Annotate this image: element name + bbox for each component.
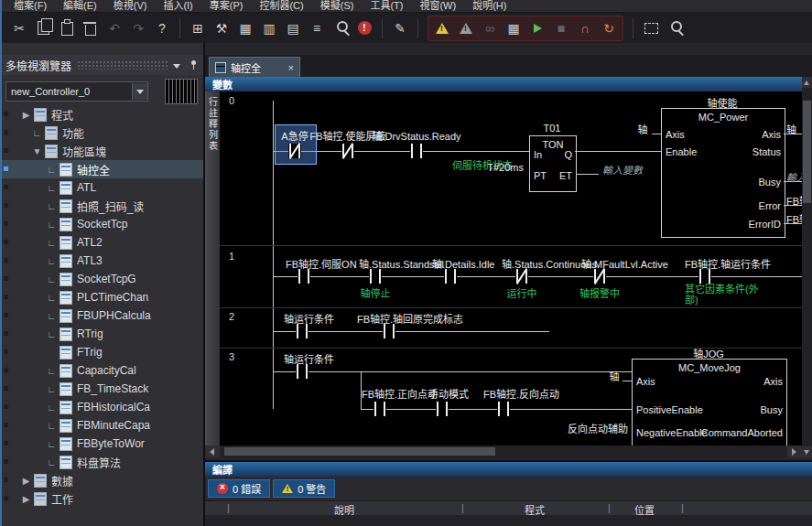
ladder-columns-icon[interactable]: ▥ <box>257 17 281 39</box>
no-contact[interactable] <box>444 269 457 284</box>
refresh-icon[interactable]: ↻ <box>597 17 621 39</box>
warnings-filter-button[interactable]: 0 警告 <box>273 479 335 498</box>
tree-item-axis-control[interactable]: ∟轴控全 <box>0 160 203 178</box>
tree-item-atl3[interactable]: ∟ATL3 <box>0 252 203 270</box>
run-icon[interactable] <box>525 17 549 39</box>
timer-instance-label[interactable]: T01 <box>544 123 561 134</box>
operand-label[interactable]: 轴运行条件 <box>284 351 334 366</box>
tree-item-ftrig[interactable]: FTrig <box>0 343 203 361</box>
tree-item-tasks[interactable]: ▶工作 <box>0 489 203 508</box>
scroll-right-arrow[interactable] <box>787 445 802 457</box>
nc-contact[interactable] <box>288 144 301 158</box>
abort-icon[interactable]: ! <box>352 17 376 39</box>
menu-tools[interactable]: 工具(T) <box>362 0 411 12</box>
monitor-grid-icon[interactable]: ▦ <box>502 17 525 39</box>
zoom-icon[interactable] <box>663 17 687 39</box>
operand-label[interactable]: 轴 <box>786 122 796 136</box>
et-target[interactable]: 輸入變數 <box>602 162 643 177</box>
no-contact[interactable] <box>296 324 309 338</box>
row-comment-strip[interactable]: 行註釋列表 <box>205 91 220 445</box>
menu-project[interactable]: 專案(P) <box>201 0 252 12</box>
no-contact[interactable] <box>296 364 309 379</box>
tab-axis-control[interactable]: 轴控全 × <box>209 57 300 77</box>
comment-label[interactable]: 运行中 <box>507 285 537 300</box>
tree-item-atl2[interactable]: ∟ATL2 <box>0 233 203 252</box>
menu-simulation[interactable]: 模擬(S) <box>312 0 363 12</box>
tree-item-material-tray-algo[interactable]: ∟料盘算法 <box>0 453 203 471</box>
tree-item-atl[interactable]: ∟ATL <box>0 178 203 197</box>
errors-filter-button[interactable]: 0 錯誤 <box>208 479 270 498</box>
tree-item-photo-scan[interactable]: ∟拍照_扫码_读 <box>0 197 203 215</box>
no-contact[interactable] <box>497 402 510 416</box>
tree-item-sockettcp[interactable]: ∟SocketTcp <box>0 215 203 233</box>
rebuild-check-icon[interactable] <box>454 17 478 39</box>
scroll-up-arrow[interactable] <box>802 77 812 88</box>
menu-file[interactable]: 檔案(F) <box>5 0 55 12</box>
no-contact[interactable] <box>698 269 711 284</box>
comment-label[interactable]: 轴报警中 <box>579 285 620 300</box>
expand-arrow-icon[interactable]: ▶ <box>20 476 32 486</box>
window-open-icon[interactable]: ⊞ <box>186 17 210 39</box>
tree-item-capacitycal[interactable]: ∟CapacityCal <box>0 361 203 380</box>
rung-number[interactable]: 0 <box>229 95 234 106</box>
menu-controller[interactable]: 控制器(C) <box>251 0 311 12</box>
tree-item-fbminutecapa[interactable]: ∟FBMinuteCapa <box>0 416 203 435</box>
no-contact[interactable] <box>369 269 382 284</box>
rung-number[interactable]: 3 <box>229 351 234 362</box>
nc-contact[interactable] <box>515 269 528 284</box>
controller-select[interactable]: new_Controller_0 <box>5 81 148 102</box>
wrench-icon[interactable]: ⚒ <box>210 17 233 39</box>
copy-icon[interactable] <box>31 17 55 39</box>
collapse-arrow-icon[interactable]: ▼ <box>31 146 43 156</box>
build-check-icon[interactable] <box>430 17 454 39</box>
menu-window[interactable]: 視窗(W) <box>411 0 464 12</box>
operand-label[interactable]: FB轴控.伺服ON <box>286 256 357 271</box>
stop-run-icon[interactable]: ■ <box>549 17 573 39</box>
tree-item-functions[interactable]: ∟功能 <box>0 123 203 142</box>
operand-label[interactable]: 轴运行条件 <box>284 311 334 326</box>
edit-pen-icon[interactable]: ✎ <box>388 17 412 39</box>
comment-label[interactable]: 轴停止 <box>361 285 391 300</box>
hscroll-thumb[interactable] <box>224 447 495 456</box>
list-icon[interactable]: ≡ <box>305 17 329 39</box>
scroll-down-arrow[interactable] <box>802 446 812 457</box>
tree-item-programs[interactable]: ▶程式 <box>0 105 203 123</box>
ladder-rows-icon[interactable]: ▤ <box>281 17 305 39</box>
tree-item-plctimechan[interactable]: ∟PLCTimeChan <box>0 288 203 306</box>
operand-label[interactable]: FB轴控.正向点动 <box>362 386 438 401</box>
chevron-down-icon[interactable] <box>173 59 180 71</box>
operand-label[interactable]: 反向点动辅助 <box>524 421 628 435</box>
rung-number[interactable]: 2 <box>229 311 234 322</box>
ladder-grid-icon[interactable]: ▦ <box>233 17 257 39</box>
tree-item-sockettcpg[interactable]: ∟SocketTcpG <box>0 270 203 288</box>
mc-power-block[interactable]: MC_Power Axis Enable Axis Status Busy Er… <box>661 108 785 238</box>
operand-label[interactable]: FB轴控.反向点动 <box>483 386 559 401</box>
tree-item-rtrig[interactable]: ∟RTrig <box>0 325 203 343</box>
ton-timer-block[interactable]: TON In Q PT ET <box>529 135 577 192</box>
frame-select-icon[interactable] <box>639 17 663 39</box>
tree-item-fbbytetowor[interactable]: ∟FBByteToWor <box>0 435 203 453</box>
cut-icon[interactable]: ✂ <box>7 17 31 39</box>
nc-contact[interactable] <box>341 144 354 158</box>
no-contact[interactable] <box>436 402 449 416</box>
tree-item-fb-timestack[interactable]: ∟FB_TimeStack <box>0 380 203 398</box>
operand-label[interactable]: 轴.Details.Idle <box>432 256 494 271</box>
menu-view[interactable]: 檢視(V) <box>105 0 156 12</box>
operand-label[interactable]: FB轴控.轴回原完成标志 <box>357 311 463 326</box>
expand-arrow-icon[interactable]: ▶ <box>20 110 32 120</box>
comment-label[interactable]: 其它因素条件(外部) <box>685 284 762 306</box>
undo-icon[interactable]: ↶ <box>103 17 126 39</box>
help-icon[interactable]: ? <box>150 17 174 39</box>
mc-movejog-block[interactable]: MC_MoveJog Axis PositiveEnable NegativeE… <box>632 359 787 445</box>
tree-item-function-blocks[interactable]: ▼功能區塊 <box>0 142 203 160</box>
rung-number[interactable]: 1 <box>229 251 234 262</box>
variables-bar[interactable]: 變數 <box>205 77 802 91</box>
no-contact[interactable] <box>298 269 310 284</box>
vscroll-track[interactable] <box>802 88 812 446</box>
operand-label[interactable]: 轴.DrvStatus.Ready <box>372 128 460 143</box>
operand-label[interactable]: 轴 <box>638 122 648 136</box>
tree-item-fbhistorical[interactable]: ∟FBHistoricalCa <box>0 398 203 416</box>
scroll-left-arrow[interactable] <box>205 445 220 457</box>
no-contact[interactable] <box>410 144 423 158</box>
menu-edit[interactable]: 編輯(E) <box>55 0 105 12</box>
